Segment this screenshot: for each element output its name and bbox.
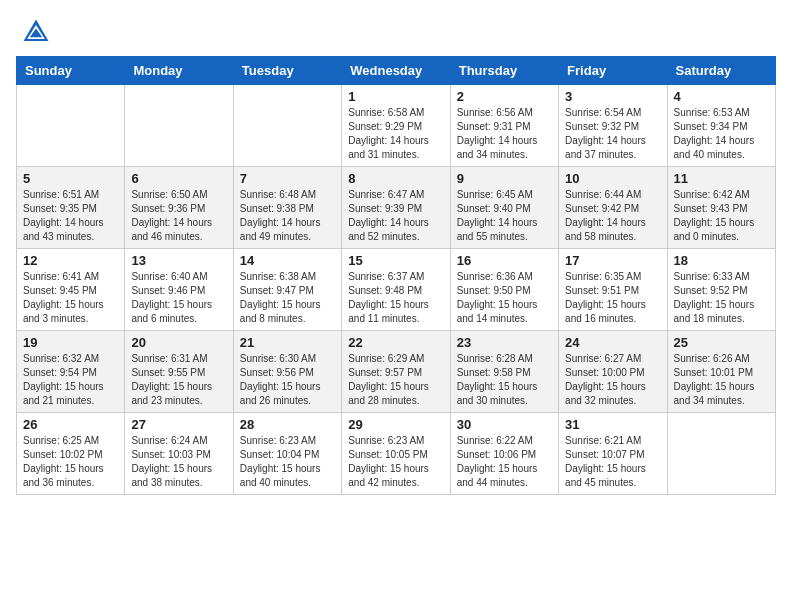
calendar-day-28: 28Sunrise: 6:23 AM Sunset: 10:04 PM Dayl… (233, 413, 341, 495)
day-info: Sunrise: 6:51 AM Sunset: 9:35 PM Dayligh… (23, 188, 118, 244)
day-number: 25 (674, 335, 769, 350)
day-number: 16 (457, 253, 552, 268)
day-header-sunday: Sunday (17, 57, 125, 85)
day-number: 1 (348, 89, 443, 104)
calendar-day-24: 24Sunrise: 6:27 AM Sunset: 10:00 PM Dayl… (559, 331, 667, 413)
calendar-day-16: 16Sunrise: 6:36 AM Sunset: 9:50 PM Dayli… (450, 249, 558, 331)
calendar-week-1: 1Sunrise: 6:58 AM Sunset: 9:29 PM Daylig… (17, 85, 776, 167)
day-info: Sunrise: 6:47 AM Sunset: 9:39 PM Dayligh… (348, 188, 443, 244)
day-number: 8 (348, 171, 443, 186)
day-info: Sunrise: 6:23 AM Sunset: 10:05 PM Daylig… (348, 434, 443, 490)
calendar-day-5: 5Sunrise: 6:51 AM Sunset: 9:35 PM Daylig… (17, 167, 125, 249)
day-info: Sunrise: 6:45 AM Sunset: 9:40 PM Dayligh… (457, 188, 552, 244)
day-number: 19 (23, 335, 118, 350)
day-info: Sunrise: 6:54 AM Sunset: 9:32 PM Dayligh… (565, 106, 660, 162)
calendar-day-8: 8Sunrise: 6:47 AM Sunset: 9:39 PM Daylig… (342, 167, 450, 249)
calendar-table: SundayMondayTuesdayWednesdayThursdayFrid… (16, 56, 776, 495)
day-header-thursday: Thursday (450, 57, 558, 85)
calendar-header: SundayMondayTuesdayWednesdayThursdayFrid… (17, 57, 776, 85)
calendar-day-1: 1Sunrise: 6:58 AM Sunset: 9:29 PM Daylig… (342, 85, 450, 167)
day-number: 13 (131, 253, 226, 268)
calendar-day-19: 19Sunrise: 6:32 AM Sunset: 9:54 PM Dayli… (17, 331, 125, 413)
calendar-day-26: 26Sunrise: 6:25 AM Sunset: 10:02 PM Dayl… (17, 413, 125, 495)
day-number: 9 (457, 171, 552, 186)
calendar-week-4: 19Sunrise: 6:32 AM Sunset: 9:54 PM Dayli… (17, 331, 776, 413)
day-number: 11 (674, 171, 769, 186)
calendar-day-22: 22Sunrise: 6:29 AM Sunset: 9:57 PM Dayli… (342, 331, 450, 413)
calendar-day-23: 23Sunrise: 6:28 AM Sunset: 9:58 PM Dayli… (450, 331, 558, 413)
day-info: Sunrise: 6:48 AM Sunset: 9:38 PM Dayligh… (240, 188, 335, 244)
calendar-day-27: 27Sunrise: 6:24 AM Sunset: 10:03 PM Dayl… (125, 413, 233, 495)
calendar-day-2: 2Sunrise: 6:56 AM Sunset: 9:31 PM Daylig… (450, 85, 558, 167)
day-number: 26 (23, 417, 118, 432)
day-number: 27 (131, 417, 226, 432)
day-number: 24 (565, 335, 660, 350)
day-info: Sunrise: 6:38 AM Sunset: 9:47 PM Dayligh… (240, 270, 335, 326)
calendar-day-21: 21Sunrise: 6:30 AM Sunset: 9:56 PM Dayli… (233, 331, 341, 413)
logo (20, 16, 56, 48)
day-header-saturday: Saturday (667, 57, 775, 85)
day-number: 3 (565, 89, 660, 104)
day-number: 14 (240, 253, 335, 268)
day-header-friday: Friday (559, 57, 667, 85)
day-info: Sunrise: 6:37 AM Sunset: 9:48 PM Dayligh… (348, 270, 443, 326)
calendar-day-31: 31Sunrise: 6:21 AM Sunset: 10:07 PM Dayl… (559, 413, 667, 495)
day-info: Sunrise: 6:27 AM Sunset: 10:00 PM Daylig… (565, 352, 660, 408)
day-info: Sunrise: 6:24 AM Sunset: 10:03 PM Daylig… (131, 434, 226, 490)
day-number: 23 (457, 335, 552, 350)
page-header (0, 0, 792, 56)
day-number: 2 (457, 89, 552, 104)
day-number: 22 (348, 335, 443, 350)
day-header-wednesday: Wednesday (342, 57, 450, 85)
calendar-day-13: 13Sunrise: 6:40 AM Sunset: 9:46 PM Dayli… (125, 249, 233, 331)
calendar-day-17: 17Sunrise: 6:35 AM Sunset: 9:51 PM Dayli… (559, 249, 667, 331)
calendar-body: 1Sunrise: 6:58 AM Sunset: 9:29 PM Daylig… (17, 85, 776, 495)
calendar-empty-cell (667, 413, 775, 495)
day-number: 7 (240, 171, 335, 186)
day-number: 30 (457, 417, 552, 432)
calendar-wrapper: SundayMondayTuesdayWednesdayThursdayFrid… (0, 56, 792, 503)
day-info: Sunrise: 6:32 AM Sunset: 9:54 PM Dayligh… (23, 352, 118, 408)
day-number: 15 (348, 253, 443, 268)
day-info: Sunrise: 6:53 AM Sunset: 9:34 PM Dayligh… (674, 106, 769, 162)
day-info: Sunrise: 6:26 AM Sunset: 10:01 PM Daylig… (674, 352, 769, 408)
calendar-day-4: 4Sunrise: 6:53 AM Sunset: 9:34 PM Daylig… (667, 85, 775, 167)
day-info: Sunrise: 6:22 AM Sunset: 10:06 PM Daylig… (457, 434, 552, 490)
calendar-day-15: 15Sunrise: 6:37 AM Sunset: 9:48 PM Dayli… (342, 249, 450, 331)
day-number: 10 (565, 171, 660, 186)
day-number: 29 (348, 417, 443, 432)
day-info: Sunrise: 6:58 AM Sunset: 9:29 PM Dayligh… (348, 106, 443, 162)
day-info: Sunrise: 6:29 AM Sunset: 9:57 PM Dayligh… (348, 352, 443, 408)
day-info: Sunrise: 6:36 AM Sunset: 9:50 PM Dayligh… (457, 270, 552, 326)
day-number: 21 (240, 335, 335, 350)
calendar-day-30: 30Sunrise: 6:22 AM Sunset: 10:06 PM Dayl… (450, 413, 558, 495)
calendar-day-25: 25Sunrise: 6:26 AM Sunset: 10:01 PM Dayl… (667, 331, 775, 413)
logo-icon (20, 16, 52, 48)
day-number: 4 (674, 89, 769, 104)
day-info: Sunrise: 6:21 AM Sunset: 10:07 PM Daylig… (565, 434, 660, 490)
calendar-day-7: 7Sunrise: 6:48 AM Sunset: 9:38 PM Daylig… (233, 167, 341, 249)
day-header-tuesday: Tuesday (233, 57, 341, 85)
day-number: 18 (674, 253, 769, 268)
calendar-day-18: 18Sunrise: 6:33 AM Sunset: 9:52 PM Dayli… (667, 249, 775, 331)
calendar-day-9: 9Sunrise: 6:45 AM Sunset: 9:40 PM Daylig… (450, 167, 558, 249)
calendar-day-14: 14Sunrise: 6:38 AM Sunset: 9:47 PM Dayli… (233, 249, 341, 331)
calendar-day-10: 10Sunrise: 6:44 AM Sunset: 9:42 PM Dayli… (559, 167, 667, 249)
calendar-empty-cell (233, 85, 341, 167)
calendar-empty-cell (17, 85, 125, 167)
calendar-empty-cell (125, 85, 233, 167)
calendar-week-5: 26Sunrise: 6:25 AM Sunset: 10:02 PM Dayl… (17, 413, 776, 495)
day-info: Sunrise: 6:56 AM Sunset: 9:31 PM Dayligh… (457, 106, 552, 162)
calendar-day-6: 6Sunrise: 6:50 AM Sunset: 9:36 PM Daylig… (125, 167, 233, 249)
day-number: 12 (23, 253, 118, 268)
calendar-week-2: 5Sunrise: 6:51 AM Sunset: 9:35 PM Daylig… (17, 167, 776, 249)
day-info: Sunrise: 6:40 AM Sunset: 9:46 PM Dayligh… (131, 270, 226, 326)
day-info: Sunrise: 6:23 AM Sunset: 10:04 PM Daylig… (240, 434, 335, 490)
day-info: Sunrise: 6:35 AM Sunset: 9:51 PM Dayligh… (565, 270, 660, 326)
page-container: SundayMondayTuesdayWednesdayThursdayFrid… (0, 0, 792, 503)
calendar-day-20: 20Sunrise: 6:31 AM Sunset: 9:55 PM Dayli… (125, 331, 233, 413)
day-info: Sunrise: 6:41 AM Sunset: 9:45 PM Dayligh… (23, 270, 118, 326)
day-info: Sunrise: 6:42 AM Sunset: 9:43 PM Dayligh… (674, 188, 769, 244)
day-info: Sunrise: 6:33 AM Sunset: 9:52 PM Dayligh… (674, 270, 769, 326)
day-info: Sunrise: 6:28 AM Sunset: 9:58 PM Dayligh… (457, 352, 552, 408)
